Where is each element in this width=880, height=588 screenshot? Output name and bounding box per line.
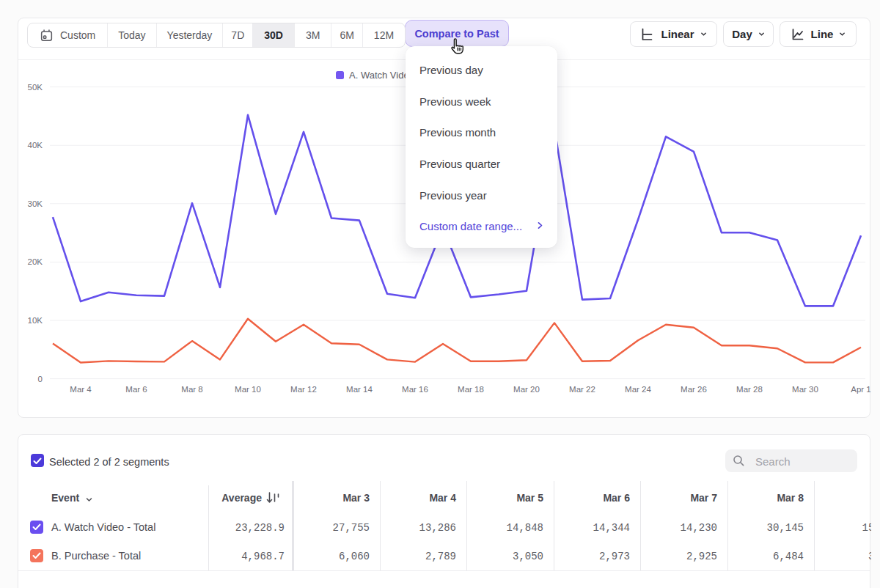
svg-text:Mar 28: Mar 28 bbox=[736, 385, 763, 394]
svg-text:0: 0 bbox=[38, 375, 43, 383]
svg-text:Mar 16: Mar 16 bbox=[402, 385, 428, 394]
svg-text:Mar 22: Mar 22 bbox=[569, 385, 595, 394]
svg-text:50K: 50K bbox=[28, 83, 43, 92]
svg-text:40K: 40K bbox=[28, 141, 43, 150]
svg-text:Mar 8: Mar 8 bbox=[181, 385, 202, 394]
svg-text:10K: 10K bbox=[28, 316, 43, 325]
svg-text:Mar 4: Mar 4 bbox=[70, 385, 92, 394]
svg-text:Mar 14: Mar 14 bbox=[346, 385, 373, 394]
svg-text:Mar 26: Mar 26 bbox=[681, 385, 707, 394]
svg-text:20K: 20K bbox=[28, 257, 43, 266]
svg-text:Mar 6: Mar 6 bbox=[125, 385, 147, 394]
svg-text:Mar 10: Mar 10 bbox=[235, 385, 261, 394]
svg-text:Mar 18: Mar 18 bbox=[458, 385, 484, 394]
svg-text:Mar 20: Mar 20 bbox=[513, 385, 540, 394]
svg-text:Mar 30: Mar 30 bbox=[792, 385, 818, 394]
svg-text:Mar 12: Mar 12 bbox=[290, 385, 317, 394]
svg-text:Mar 24: Mar 24 bbox=[625, 385, 651, 394]
svg-text:Apr 1: Apr 1 bbox=[851, 385, 871, 394]
svg-text:30K: 30K bbox=[28, 199, 43, 208]
